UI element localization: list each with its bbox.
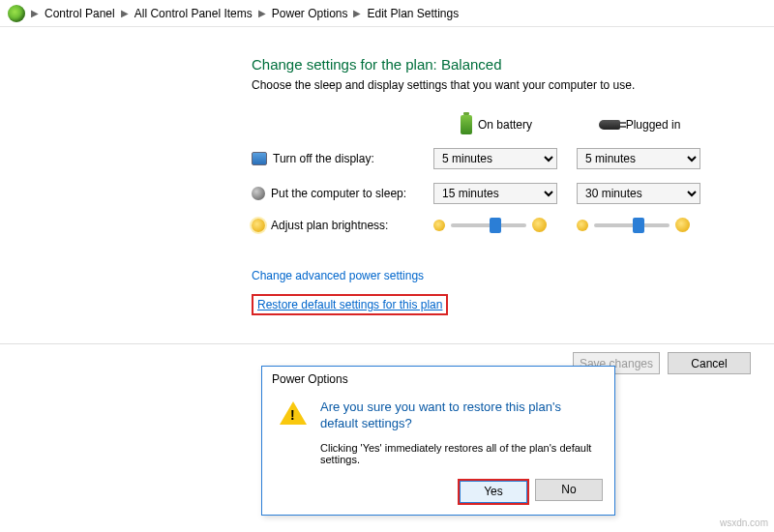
sun-max-icon <box>675 218 690 232</box>
brightness-battery-slider[interactable] <box>451 223 526 227</box>
row-label-brightness: Adjust plan brightness: <box>271 219 388 232</box>
plug-icon <box>599 120 620 130</box>
restore-defaults-link[interactable]: Restore default settings for this plan <box>257 298 442 311</box>
watermark: wsxdn.com <box>720 517 768 528</box>
chevron-right-icon: ▶ <box>353 8 361 18</box>
dialog-question: Are you sure you want to restore this pl… <box>320 399 597 432</box>
page-title: Change settings for the plan: Balanced <box>252 56 755 73</box>
slider-thumb[interactable] <box>633 218 644 233</box>
brightness-plugged-slider[interactable] <box>594 223 670 227</box>
main-content: Change settings for the plan: Balanced C… <box>0 27 755 315</box>
breadcrumb-item[interactable]: Edit Plan Settings <box>367 7 459 20</box>
dialog-explanation: Clicking 'Yes' immediately restores all … <box>320 442 597 465</box>
breadcrumb-item[interactable]: All Control Panel Items <box>134 7 253 20</box>
chevron-right-icon: ▶ <box>121 8 129 18</box>
slider-thumb[interactable] <box>490 218 501 233</box>
row-label-sleep: Put the computer to sleep: <box>271 187 406 200</box>
sun-min-icon <box>433 220 445 231</box>
highlight-restore-link: Restore default settings for this plan <box>252 294 448 315</box>
highlight-yes-button: Yes <box>458 479 529 505</box>
no-button[interactable]: No <box>535 479 603 501</box>
row-label-display: Turn off the display: <box>273 152 374 165</box>
display-timeout-plugged-select[interactable]: 5 minutes <box>577 148 700 169</box>
page-subtitle: Choose the sleep and display settings th… <box>252 78 755 92</box>
dialog-title: Power Options <box>262 367 614 392</box>
confirm-dialog: Power Options Are you sure you want to r… <box>261 366 615 516</box>
change-advanced-link[interactable]: Change advanced power settings <box>252 269 424 282</box>
chevron-right-icon: ▶ <box>258 8 266 18</box>
column-label: On battery <box>478 118 532 132</box>
yes-button[interactable]: Yes <box>460 481 527 503</box>
column-header-battery: On battery <box>433 115 559 134</box>
breadcrumb-item[interactable]: Power Options <box>272 7 348 20</box>
sleep-timeout-battery-select[interactable]: 15 minutes <box>433 183 557 204</box>
moon-icon <box>252 187 265 200</box>
power-options-icon <box>8 5 25 22</box>
sun-max-icon <box>532 218 547 232</box>
battery-icon <box>461 115 472 134</box>
monitor-icon <box>252 152 267 165</box>
links-area: Change advanced power settings Restore d… <box>252 269 755 315</box>
sun-icon <box>252 219 265 232</box>
warning-icon <box>280 401 307 425</box>
column-header-plugged-in: Plugged in <box>577 118 702 132</box>
display-timeout-battery-select[interactable]: 5 minutes <box>433 148 557 169</box>
settings-grid: On battery Plugged in Turn off the displ… <box>252 115 755 232</box>
sun-min-icon <box>577 220 588 231</box>
chevron-right-icon: ▶ <box>31 8 39 18</box>
breadcrumb-item[interactable]: Control Panel <box>45 7 115 20</box>
breadcrumb: ▶ Control Panel ▶ All Control Panel Item… <box>0 0 774 27</box>
sleep-timeout-plugged-select[interactable]: 30 minutes <box>577 183 700 204</box>
column-label: Plugged in <box>626 118 681 132</box>
cancel-button[interactable]: Cancel <box>668 352 751 374</box>
